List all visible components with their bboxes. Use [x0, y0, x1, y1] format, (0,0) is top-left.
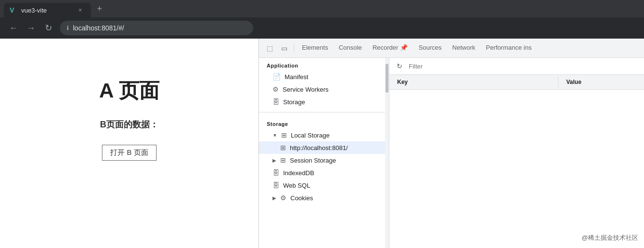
sidebar-item-web-sql[interactable]: 🗄 Web SQL [259, 179, 389, 192]
sidebar-item-indexeddb[interactable]: 🗄 IndexedDB [259, 166, 389, 179]
inspect-element-button[interactable]: ⬚ [263, 41, 276, 55]
sidebar-scrollbar[interactable] [385, 58, 389, 248]
address-input[interactable]: ℹ localhost:8081/#/ [60, 21, 253, 35]
storage-section-header: Storage [259, 116, 389, 129]
open-b-label: 打开 B 页面 [110, 148, 148, 156]
filter-bar: ↻ [389, 58, 644, 75]
tab-elements[interactable]: Elements [297, 39, 333, 57]
indexeddb-icon: 🗄 [272, 169, 279, 177]
cookies-icon: ⚙ [280, 194, 286, 202]
page-content: A 页面 B页面的数据： 打开 B 页面 [0, 39, 258, 248]
col-key-header: Key [389, 77, 558, 87]
devtools-panel: ⬚ ▭ Elements Console Recorder 📌 Sources … [258, 39, 644, 248]
devtools-body: Application 📄 Manifest ⚙ Service Workers… [259, 58, 644, 248]
sidebar-item-storage-app[interactable]: 🗄 Storage [259, 96, 389, 108]
device-toolbar-button[interactable]: ▭ [277, 41, 291, 55]
inspect-icon: ⬚ [267, 44, 273, 52]
local-storage-origin-icon: ⊞ [280, 144, 286, 152]
open-b-page-button[interactable]: 打开 B 页面 [102, 145, 156, 161]
table-header: Key Value [389, 75, 644, 90]
reload-button[interactable]: ↻ [43, 22, 54, 34]
tab-performance[interactable]: Performance ins [481, 39, 537, 57]
device-icon: ▭ [281, 44, 287, 52]
tab-favicon: V [10, 6, 17, 14]
main-layout: A 页面 B页面的数据： 打开 B 页面 ⬚ ▭ Elements Consol… [0, 39, 644, 248]
local-storage-icon: ⊞ [281, 131, 287, 139]
tab-recorder[interactable]: Recorder 📌 [368, 39, 413, 57]
tab-title: vue3-vite [21, 7, 72, 14]
col-value-header: Value [558, 77, 644, 87]
tab-item[interactable]: V vue3-vite × [4, 3, 91, 17]
session-storage-icon: ⊞ [280, 156, 286, 164]
local-storage-label: Local Storage [291, 132, 329, 139]
sidebar-item-cookies[interactable]: ▶ ⚙ Cookies [259, 192, 389, 204]
new-tab-button[interactable]: + [93, 2, 106, 15]
cookies-label: Cookies [290, 194, 313, 202]
devtools-main: ↻ Key Value [389, 58, 644, 248]
devtools-sidebar: Application 📄 Manifest ⚙ Service Workers… [259, 58, 389, 248]
page-subtitle: B页面的数据： [100, 119, 158, 130]
session-storage-label: Session Storage [290, 157, 336, 164]
storage-app-icon: 🗄 [272, 98, 279, 106]
watermark: @稀土掘金技术社区 [582, 234, 638, 242]
tab-close-button[interactable]: × [75, 5, 85, 15]
tab-sources[interactable]: Sources [414, 39, 446, 57]
manifest-icon: 📄 [272, 73, 281, 81]
page-title: A 页面 [99, 77, 159, 104]
web-sql-label: Web SQL [283, 182, 310, 189]
sidebar-item-manifest[interactable]: 📄 Manifest [259, 70, 389, 83]
address-url: localhost:8081/#/ [73, 24, 124, 32]
tab-console[interactable]: Console [334, 39, 367, 57]
indexeddb-label: IndexedDB [283, 169, 314, 177]
forward-button[interactable]: → [25, 22, 37, 34]
address-bar: ← → ↻ ℹ localhost:8081/#/ [0, 17, 644, 39]
sidebar-item-local-storage-origin[interactable]: ⊞ http://localhost:8081/ [259, 141, 389, 154]
back-button[interactable]: ← [8, 22, 19, 34]
tab-bar: V vue3-vite × + [0, 0, 644, 17]
table-body [389, 90, 644, 248]
application-section-header: Application [259, 58, 389, 70]
sidebar-item-local-storage[interactable]: ▼ ⊞ Local Storage [259, 129, 389, 141]
web-sql-icon: 🗄 [272, 181, 279, 189]
manifest-label: Manifest [285, 73, 308, 81]
secure-icon: ℹ [67, 25, 69, 31]
sidebar-item-session-storage[interactable]: ▶ ⊞ Session Storage [259, 154, 389, 166]
service-workers-icon: ⚙ [272, 85, 279, 93]
refresh-icon: ↻ [397, 62, 402, 70]
recorder-pin-icon: 📌 [400, 44, 408, 51]
devtools-toolbar: ⬚ ▭ Elements Console Recorder 📌 Sources … [259, 39, 644, 58]
sidebar-separator [259, 112, 389, 112]
sidebar-item-service-workers[interactable]: ⚙ Service Workers [259, 83, 389, 96]
local-storage-origin-label: http://localhost:8081/ [290, 144, 348, 152]
local-storage-expand-arrow: ▼ [272, 133, 277, 138]
toolbar-separator [294, 43, 294, 53]
sidebar-scroll-thumb[interactable] [386, 64, 388, 93]
tab-network[interactable]: Network [447, 39, 480, 57]
cookies-expand-arrow: ▶ [272, 195, 276, 201]
refresh-button[interactable]: ↻ [394, 61, 405, 71]
filter-input[interactable] [409, 63, 639, 70]
storage-app-label: Storage [283, 98, 305, 106]
session-storage-expand-arrow: ▶ [272, 158, 276, 163]
service-workers-label: Service Workers [283, 86, 329, 93]
